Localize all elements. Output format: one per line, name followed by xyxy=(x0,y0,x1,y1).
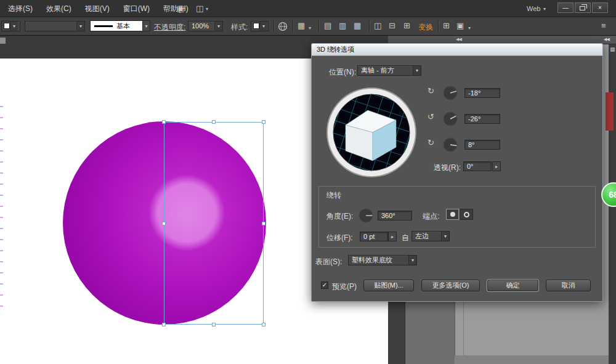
panel-footer xyxy=(455,355,610,364)
cap-solid-button[interactable] xyxy=(446,209,459,220)
toolbar-separator xyxy=(293,20,293,32)
position-label: 位置(N): xyxy=(329,67,356,78)
angle-value: 360° xyxy=(381,212,395,219)
rotate-x-dial[interactable] xyxy=(442,85,458,101)
opacity-label[interactable]: 不透明度: xyxy=(154,22,185,33)
caps-label: 端点: xyxy=(423,211,439,222)
transform-grid-icon[interactable]: ⊞ xyxy=(443,22,450,30)
cap-solid-icon xyxy=(450,212,455,217)
control-panel-menu-icon[interactable]: ≡ xyxy=(601,22,606,30)
menu-effect[interactable]: 效果(C) xyxy=(39,0,78,17)
isolate-object-icon[interactable]: ▣ xyxy=(456,22,464,30)
fill-color-dropdown[interactable]: ▾ xyxy=(1,21,20,31)
rotate-x-axis-icon: ↻ xyxy=(428,87,434,95)
collapse-panels-icon-2[interactable]: ◀◀ xyxy=(604,37,609,42)
selection-handle-middle-right[interactable] xyxy=(262,222,265,225)
position-value: 离轴 - 前方 xyxy=(358,66,413,75)
more-options-label: 更多选项(O) xyxy=(432,281,469,290)
fill-caret-icon: ▾ xyxy=(10,22,18,31)
toolbar-separator xyxy=(438,20,439,32)
cap-buttons xyxy=(446,209,473,220)
revolve-group-title: 绕转 xyxy=(326,190,341,201)
rotate-y-axis-icon: ↺ xyxy=(428,113,434,121)
perspective-value: 0° xyxy=(467,163,474,170)
menu-bar: 选择(S) 效果(C) 视图(V) 窗口(W) 帮助(H) ▣ ◫ ▾ Web … xyxy=(0,0,616,17)
align-right-icon[interactable]: ▦ xyxy=(354,22,361,30)
distribute-horizontal-icon[interactable]: ◫ xyxy=(374,22,381,30)
menu-select[interactable]: 选择(S) xyxy=(1,0,39,17)
panel-strip-icon[interactable]: ▦ xyxy=(610,46,615,52)
ok-button[interactable]: 确定 xyxy=(487,280,538,291)
more-options-button[interactable]: 更多选项(O) xyxy=(421,280,480,291)
opacity-dropdown[interactable]: 100% ▾ xyxy=(188,21,223,31)
offset-expander-button[interactable]: ▸ xyxy=(388,232,397,241)
rotate-y-input[interactable]: -26° xyxy=(464,114,500,124)
rotate-z-input[interactable]: 8° xyxy=(464,140,500,150)
brush-definition-dropdown[interactable]: 基本 xyxy=(90,20,143,31)
distribute-spacing-icon[interactable]: ⊞ xyxy=(403,22,410,30)
offset-edge-dropdown[interactable]: 左边 ▾ xyxy=(411,231,450,241)
document-layout-caret-icon[interactable]: ▾ xyxy=(206,6,208,12)
guide-dashes xyxy=(0,106,3,312)
position-caret-icon: ▾ xyxy=(413,66,421,75)
surface-value: 塑料效果底纹 xyxy=(349,256,408,265)
workspace-caret-icon[interactable]: ▾ xyxy=(543,6,546,12)
surface-dropdown[interactable]: 塑料效果底纹 ▾ xyxy=(348,255,417,265)
cap-hollow-icon xyxy=(464,212,469,217)
align-left-icon[interactable]: ▤ xyxy=(324,22,331,30)
minimize-button[interactable]: — xyxy=(557,2,573,13)
canvas-corner-tab xyxy=(0,38,6,44)
red-panel-sliver xyxy=(606,92,614,131)
selection-handle-top-left[interactable] xyxy=(162,120,166,124)
perspective-input[interactable]: 0° xyxy=(463,161,492,171)
selection-handle-bottom-right[interactable] xyxy=(262,323,265,326)
rotate-y-dial[interactable] xyxy=(442,111,458,127)
brush-definition-caret[interactable]: ▾ xyxy=(142,20,150,31)
selection-handle-middle-left[interactable] xyxy=(162,222,166,225)
rotate-x-value: -18° xyxy=(468,89,480,97)
offset-input[interactable]: 0 pt xyxy=(360,232,388,241)
selection-handle-top-right[interactable] xyxy=(262,120,265,124)
preferences-caret-icon[interactable]: ▾ xyxy=(309,24,311,33)
cancel-button[interactable]: 取消 xyxy=(546,280,591,291)
collapse-panels-icon[interactable]: ◀◀ xyxy=(456,37,461,42)
workspace-switcher[interactable]: Web xyxy=(527,0,540,17)
arrange-documents-icon[interactable]: ▣ xyxy=(177,4,184,13)
document-setup-globe-icon[interactable] xyxy=(278,22,288,31)
offset-from-label: 自 xyxy=(402,233,409,243)
transform-panel-link[interactable]: 变换 xyxy=(418,22,433,33)
selection-handle-bottom-left[interactable] xyxy=(162,323,166,326)
map-art-button[interactable]: 贴图(M)... xyxy=(363,280,414,291)
selection-handle-bottom-center[interactable] xyxy=(212,323,216,326)
position-dropdown[interactable]: 离轴 - 前方 ▾ xyxy=(357,65,421,76)
rotate-x-input[interactable]: -18° xyxy=(464,88,500,98)
variable-width-dropdown[interactable]: ▾ xyxy=(25,21,85,31)
perspective-expander-button[interactable]: ▸ xyxy=(492,161,501,171)
transform-caret-icon[interactable]: ▾ xyxy=(468,24,471,33)
perspective-label: 透视(R): xyxy=(411,163,461,173)
rotate-z-axis-icon: ↻ xyxy=(428,139,434,147)
opacity-caret-icon: ▾ xyxy=(214,22,222,31)
menu-window[interactable]: 窗口(W) xyxy=(116,0,156,17)
preview-checkbox[interactable]: ✓ xyxy=(321,281,328,289)
dialog-title-bar[interactable]: 3D 绕转选项 xyxy=(312,44,602,56)
menu-help[interactable]: 帮助(H) xyxy=(156,0,195,17)
rotate-z-dial[interactable] xyxy=(442,137,458,153)
style-dropdown[interactable]: ▾ xyxy=(251,21,269,31)
distribute-vertical-icon[interactable]: ⊟ xyxy=(389,22,395,30)
selection-handle-top-center[interactable] xyxy=(212,120,216,124)
cap-hollow-button[interactable] xyxy=(460,209,473,220)
restore-icon xyxy=(580,6,585,10)
angle-input[interactable]: 360° xyxy=(378,211,412,220)
document-layout-icon[interactable]: ◫ xyxy=(196,4,203,13)
menu-view[interactable]: 视图(V) xyxy=(78,0,116,17)
restore-button[interactable] xyxy=(575,2,591,13)
angle-dial[interactable] xyxy=(358,208,374,224)
close-button[interactable]: × xyxy=(592,2,608,13)
align-center-icon[interactable]: ▥ xyxy=(339,22,346,30)
offset-value: 0 pt xyxy=(363,233,375,240)
preferences-grid-icon[interactable]: ▦ xyxy=(298,22,305,30)
selection-bounding-box[interactable] xyxy=(164,122,264,325)
track-cube-preview[interactable] xyxy=(325,86,418,179)
stroke-preview-line xyxy=(94,25,113,27)
